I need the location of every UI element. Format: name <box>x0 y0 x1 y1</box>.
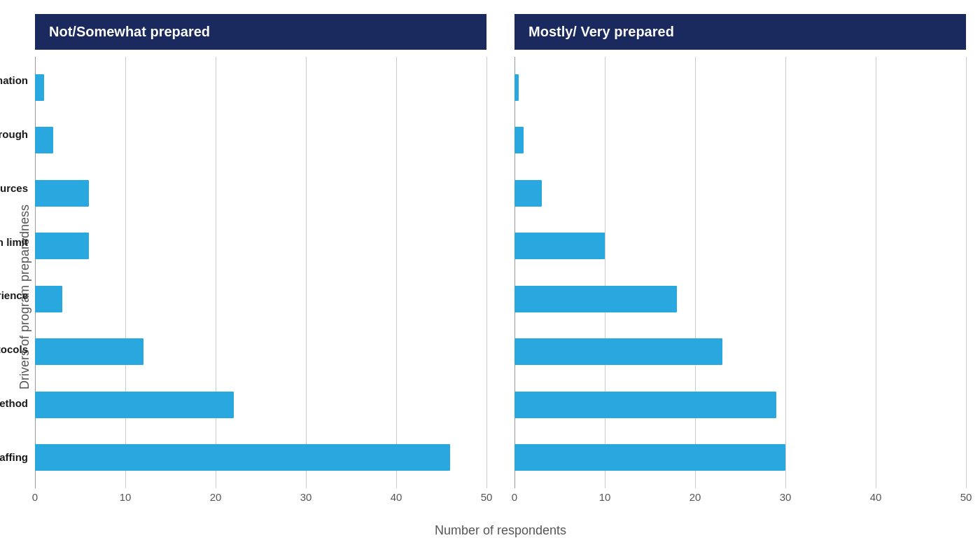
x-axis-label: Number of respondents <box>35 523 966 538</box>
left-panel-chart: AutomationDonor follow-throughCost/resou… <box>35 50 486 488</box>
bar <box>514 286 677 312</box>
bar-row <box>514 282 966 317</box>
bar <box>514 338 722 365</box>
x-tick: 30 <box>780 491 792 503</box>
x-tick: 20 <box>690 491 701 503</box>
charts-area: Not/Somewhat prepared AutomationDonor fo… <box>35 14 966 538</box>
x-tick: 40 <box>391 491 402 503</box>
x-tick: 0 <box>512 491 517 503</box>
bar-row <box>35 228 486 263</box>
right-chart-inner <box>514 57 966 488</box>
bar-row <box>514 387 966 422</box>
bar <box>35 392 234 418</box>
x-tick: 40 <box>870 491 882 503</box>
bar <box>514 392 776 418</box>
bar-row <box>514 228 966 263</box>
x-tick: 30 <box>300 491 312 503</box>
bar <box>514 180 542 207</box>
right-bars <box>514 57 966 488</box>
x-tick: 0 <box>32 491 38 503</box>
grid-line <box>486 57 487 488</box>
right-panel-chart <box>514 50 966 488</box>
bar <box>514 127 524 153</box>
right-panel: Mostly/ Very prepared <box>514 14 966 488</box>
panels-row: Not/Somewhat prepared AutomationDonor fo… <box>35 14 966 488</box>
bar-row <box>35 123 486 158</box>
bar-row <box>35 334 486 369</box>
bar-row <box>35 440 486 475</box>
right-x-axis: 01020304050 <box>514 491 966 511</box>
y-axis-label: Drivers of program preparedness <box>14 14 35 538</box>
bar <box>35 444 450 471</box>
bar-row <box>514 123 966 158</box>
bar-row <box>35 70 486 105</box>
x-axis-area: 01020304050 01020304050 <box>35 491 966 519</box>
bar-row <box>35 387 486 422</box>
grid-line <box>966 57 967 488</box>
right-panel-header: Mostly/ Very prepared <box>514 14 966 50</box>
x-tick: 20 <box>210 491 222 503</box>
bar <box>514 74 519 101</box>
left-panel-header: Not/Somewhat prepared <box>35 14 486 50</box>
x-tick: 50 <box>960 491 972 503</box>
bar-row <box>35 282 486 317</box>
bar <box>35 74 44 101</box>
bar-row <box>514 70 966 105</box>
x-tick: 10 <box>120 491 132 503</box>
bar-row <box>514 440 966 475</box>
left-chart-inner <box>35 57 486 488</box>
bar-row <box>35 176 486 211</box>
left-x-axis: 01020304050 <box>35 491 486 511</box>
chart-container: Drivers of program preparedness Not/Some… <box>14 14 966 538</box>
bar <box>35 286 62 312</box>
bar-row <box>514 334 966 369</box>
x-tick: 10 <box>599 491 611 503</box>
bar <box>35 180 89 207</box>
bar-row <box>514 176 966 211</box>
left-bars <box>35 57 486 488</box>
bar <box>35 338 144 365</box>
bar <box>514 444 785 471</box>
bar <box>514 233 605 259</box>
bar <box>35 127 53 153</box>
bar <box>35 233 89 259</box>
left-panel: Not/Somewhat prepared AutomationDonor fo… <box>35 14 486 488</box>
x-tick: 50 <box>481 491 493 503</box>
